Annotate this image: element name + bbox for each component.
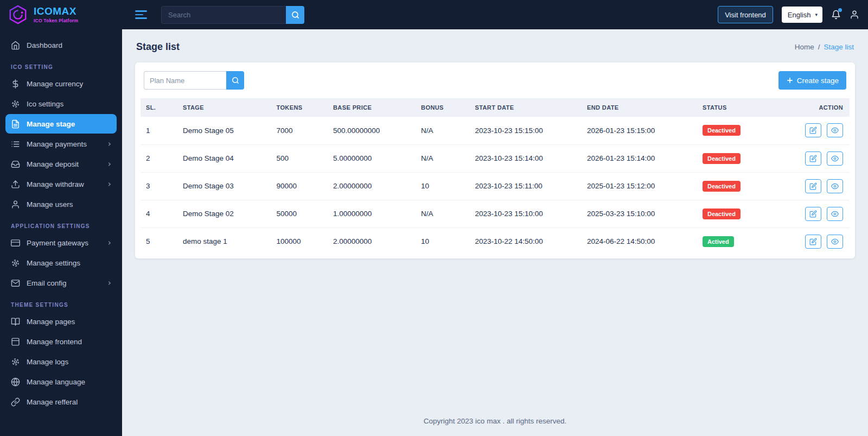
sidebar-item-manage-settings[interactable]: Manage settings [5, 253, 117, 273]
header-search [161, 6, 304, 24]
language-select[interactable]: English ▾ [782, 7, 822, 23]
edit-button[interactable] [805, 235, 821, 249]
cell-base-price: 500.00000000 [328, 117, 416, 144]
sidebar-item-manage-frontend[interactable]: Manage frontend [5, 332, 117, 351]
brand-tagline: ICO Token Platform [34, 18, 78, 23]
search-button[interactable] [286, 6, 304, 24]
notification-badge [838, 8, 842, 12]
breadcrumb-home-link[interactable]: Home [795, 43, 814, 51]
cell-stage: Demo Stage 04 [177, 144, 271, 172]
notifications-button[interactable] [831, 10, 841, 20]
sidebar-item-label: Manage settings [27, 259, 80, 267]
view-button[interactable] [827, 151, 843, 166]
chevron-right-icon: › [108, 238, 111, 247]
cell-end-date: 2026-01-23 15:14:00 [582, 144, 697, 172]
col-header-stage: STAGE [177, 98, 271, 117]
cell-stage: demo stage 1 [177, 228, 271, 255]
create-stage-button[interactable]: Create stage [778, 71, 846, 90]
status-badge: Actived [703, 236, 734, 247]
cell-sl: 5 [141, 228, 177, 255]
breadcrumb-separator: / [818, 43, 820, 51]
sidebar-item-manage-payments[interactable]: Manage payments › [5, 134, 117, 154]
edit-icon [809, 182, 817, 190]
sidebar-item-label: Manage language [27, 378, 85, 386]
edit-button[interactable] [805, 207, 821, 221]
edit-button[interactable] [805, 123, 821, 137]
user-icon [850, 10, 859, 20]
sidebar-item-dashboard[interactable]: Dashboard [5, 35, 117, 55]
view-button[interactable] [827, 179, 843, 193]
sidebar-item-label: Manage refferal [27, 398, 78, 406]
sidebar-item-manage-stage[interactable]: Manage stage [5, 114, 117, 134]
dollar-icon [11, 79, 20, 89]
table-row: 4 Demo Stage 02 50000 1.00000000 N/A 202… [141, 200, 850, 228]
col-header-bonus: BONUS [416, 98, 469, 117]
stage-table: SL. STAGE TOKENS BASE PRICE BONUS START … [141, 98, 850, 255]
col-header-status: STATUS [697, 98, 783, 117]
list-icon [11, 140, 20, 149]
cell-tokens: 50000 [271, 200, 328, 228]
cell-base-price: 5.00000000 [328, 144, 416, 172]
cell-start-date: 2023-10-23 15:14:00 [469, 144, 582, 172]
visit-frontend-button[interactable]: Visit frontend [718, 6, 773, 23]
section-label-ico-setting: ICO SETTING [0, 55, 122, 73]
view-button[interactable] [827, 207, 843, 221]
cell-start-date: 2023-10-23 15:15:00 [469, 117, 582, 144]
breadcrumb-current[interactable]: Stage list [824, 43, 854, 51]
sidebar-item-manage-withdraw[interactable]: Manage withdraw › [5, 174, 117, 194]
cell-sl: 4 [141, 200, 177, 228]
filter-search-button[interactable] [226, 71, 244, 90]
hamburger-menu-icon[interactable] [135, 10, 147, 19]
cell-bonus: 10 [416, 228, 469, 255]
cell-sl: 1 [141, 117, 177, 144]
cell-bonus: N/A [416, 117, 469, 144]
app-root: ICOMAX ICO Token Platform Dashboard ICO … [0, 0, 868, 436]
language-value: English [788, 11, 811, 19]
search-icon [232, 77, 239, 84]
edit-button[interactable] [805, 179, 821, 193]
table-header-row: SL. STAGE TOKENS BASE PRICE BONUS START … [141, 98, 850, 117]
view-button[interactable] [827, 235, 843, 249]
search-input[interactable] [161, 6, 286, 24]
status-badge: Deactived [703, 125, 741, 136]
sidebar-item-ico-settings[interactable]: Ico settings [5, 94, 117, 113]
chevron-down-icon: ▾ [815, 12, 818, 17]
sidebar-item-manage-logs[interactable]: Manage logs [5, 352, 117, 371]
status-badge: Deactived [703, 208, 741, 219]
edit-icon [809, 155, 817, 162]
chevron-right-icon: › [108, 279, 111, 287]
sidebar-item-manage-deposit[interactable]: Manage deposit › [5, 154, 117, 174]
breadcrumb: Home / Stage list [795, 43, 854, 51]
cell-tokens: 100000 [271, 228, 328, 255]
sidebar-item-manage-users[interactable]: Manage users [5, 194, 117, 214]
edit-button[interactable] [805, 151, 821, 166]
plan-name-input[interactable] [144, 71, 226, 90]
gear-icon [11, 357, 20, 367]
cell-start-date: 2023-10-23 15:10:00 [469, 200, 582, 228]
table-row: 3 Demo Stage 03 90000 2.00000000 10 2023… [141, 172, 850, 200]
brand-logo-icon [8, 4, 28, 25]
sidebar-item-manage-refferal[interactable]: Manage refferal [5, 392, 117, 412]
sidebar-item-manage-currency[interactable]: Manage currency [5, 74, 117, 93]
view-button[interactable] [827, 123, 843, 137]
sidebar-item-label: Email config [27, 279, 67, 287]
chevron-right-icon: › [108, 180, 111, 188]
sidebar-item-manage-pages[interactable]: Manage pages [5, 312, 117, 331]
brand[interactable]: ICOMAX ICO Token Platform [0, 0, 122, 29]
sidebar-item-payment-gateways[interactable]: Payment gateways › [5, 233, 117, 252]
gear-icon [11, 99, 20, 109]
sidebar-item-manage-language[interactable]: Manage language [5, 372, 117, 391]
sidebar-item-label: Payment gateways [27, 239, 88, 247]
sidebar-item-email-config[interactable]: Email config › [5, 273, 117, 293]
profile-button[interactable] [850, 10, 859, 20]
cell-stage: Demo Stage 02 [177, 200, 271, 228]
mail-icon [11, 279, 20, 288]
main-content: Stage list Home / Stage list [122, 29, 868, 436]
gear-icon [11, 258, 20, 268]
stage-list-card: Create stage SL. STAGE TOKENS BASE PRICE [135, 62, 855, 258]
sidebar-item-label: Manage users [27, 200, 73, 208]
cell-stage: Demo Stage 05 [177, 117, 271, 144]
brand-text: ICOMAX ICO Token Platform [34, 6, 78, 23]
cell-base-price: 2.00000000 [328, 172, 416, 200]
sidebar-item-label: Dashboard [27, 41, 62, 49]
